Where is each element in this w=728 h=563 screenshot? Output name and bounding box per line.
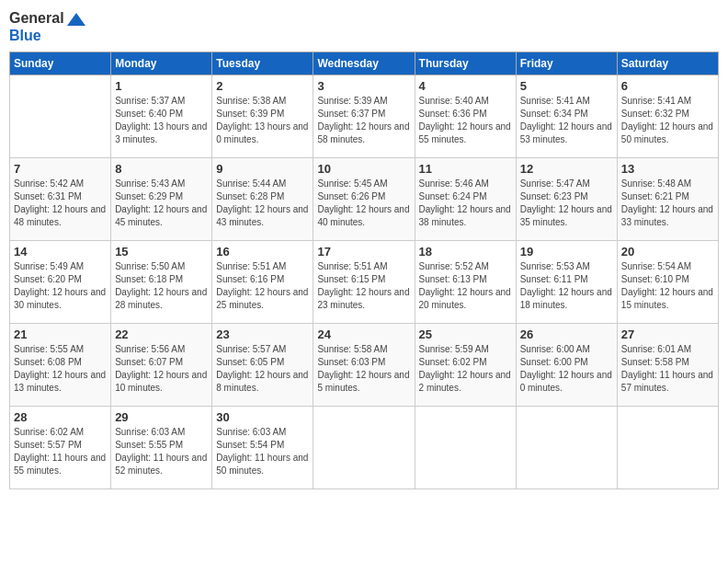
day-info: Sunrise: 5:39 AM Sunset: 6:37 PM Dayligh… <box>317 95 410 146</box>
week-row-1: 1Sunrise: 5:37 AM Sunset: 6:40 PM Daylig… <box>10 75 719 158</box>
day-number: 23 <box>216 327 309 341</box>
day-number: 25 <box>419 327 512 341</box>
day-number: 17 <box>317 245 410 259</box>
day-number: 10 <box>317 162 410 176</box>
calendar-cell <box>415 407 516 489</box>
day-number: 11 <box>419 162 512 176</box>
col-header-sunday: Sunday <box>10 52 111 75</box>
calendar-cell: 10Sunrise: 5:45 AM Sunset: 6:26 PM Dayli… <box>313 158 415 241</box>
day-info: Sunrise: 5:45 AM Sunset: 6:26 PM Dayligh… <box>317 178 410 229</box>
col-header-saturday: Saturday <box>617 52 718 75</box>
calendar-header-row: SundayMondayTuesdayWednesdayThursdayFrid… <box>10 52 719 75</box>
day-number: 5 <box>520 79 613 93</box>
day-number: 13 <box>621 162 714 176</box>
day-number: 4 <box>419 79 512 93</box>
day-info: Sunrise: 5:53 AM Sunset: 6:11 PM Dayligh… <box>520 260 613 312</box>
calendar-cell: 3Sunrise: 5:39 AM Sunset: 6:37 PM Daylig… <box>313 75 415 158</box>
calendar-cell: 18Sunrise: 5:52 AM Sunset: 6:13 PM Dayli… <box>415 241 516 324</box>
day-info: Sunrise: 5:48 AM Sunset: 6:21 PM Dayligh… <box>621 178 714 229</box>
calendar-cell: 4Sunrise: 5:40 AM Sunset: 6:36 PM Daylig… <box>415 75 516 158</box>
day-number: 7 <box>14 162 107 176</box>
day-info: Sunrise: 5:44 AM Sunset: 6:28 PM Dayligh… <box>216 178 309 229</box>
day-number: 15 <box>115 245 208 259</box>
day-info: Sunrise: 5:51 AM Sunset: 6:16 PM Dayligh… <box>216 260 309 312</box>
calendar-cell: 25Sunrise: 5:59 AM Sunset: 6:02 PM Dayli… <box>415 324 516 407</box>
calendar-cell: 14Sunrise: 5:49 AM Sunset: 6:20 PM Dayli… <box>10 241 111 324</box>
day-info: Sunrise: 6:02 AM Sunset: 5:57 PM Dayligh… <box>14 426 107 477</box>
calendar-cell: 12Sunrise: 5:47 AM Sunset: 6:23 PM Dayli… <box>516 158 617 241</box>
calendar-cell <box>313 407 415 489</box>
day-number: 8 <box>115 162 208 176</box>
calendar-cell: 16Sunrise: 5:51 AM Sunset: 6:16 PM Dayli… <box>212 241 313 324</box>
day-number: 16 <box>216 245 309 259</box>
calendar-cell: 21Sunrise: 5:55 AM Sunset: 6:08 PM Dayli… <box>10 324 111 407</box>
day-number: 29 <box>115 410 208 424</box>
logo: General Blue <box>9 9 85 44</box>
day-info: Sunrise: 5:42 AM Sunset: 6:31 PM Dayligh… <box>14 178 107 229</box>
day-number: 24 <box>317 327 410 341</box>
calendar-cell: 27Sunrise: 6:01 AM Sunset: 5:58 PM Dayli… <box>617 324 718 407</box>
day-info: Sunrise: 5:57 AM Sunset: 6:05 PM Dayligh… <box>216 343 309 395</box>
day-number: 1 <box>115 79 208 93</box>
calendar-table: SundayMondayTuesdayWednesdayThursdayFrid… <box>9 52 719 489</box>
page-header: General Blue <box>9 9 719 44</box>
calendar-cell: 1Sunrise: 5:37 AM Sunset: 6:40 PM Daylig… <box>111 75 212 158</box>
week-row-5: 28Sunrise: 6:02 AM Sunset: 5:57 PM Dayli… <box>10 407 719 489</box>
calendar-cell: 6Sunrise: 5:41 AM Sunset: 6:32 PM Daylig… <box>617 75 718 158</box>
calendar-cell: 29Sunrise: 6:03 AM Sunset: 5:55 PM Dayli… <box>111 407 212 489</box>
day-info: Sunrise: 5:40 AM Sunset: 6:36 PM Dayligh… <box>419 95 512 146</box>
day-info: Sunrise: 5:38 AM Sunset: 6:39 PM Dayligh… <box>216 95 309 146</box>
day-info: Sunrise: 5:55 AM Sunset: 6:08 PM Dayligh… <box>14 343 107 395</box>
day-info: Sunrise: 5:41 AM Sunset: 6:32 PM Dayligh… <box>621 95 714 146</box>
calendar-cell: 24Sunrise: 5:58 AM Sunset: 6:03 PM Dayli… <box>313 324 415 407</box>
calendar-cell: 13Sunrise: 5:48 AM Sunset: 6:21 PM Dayli… <box>617 158 718 241</box>
day-info: Sunrise: 6:00 AM Sunset: 6:00 PM Dayligh… <box>520 343 613 395</box>
week-row-4: 21Sunrise: 5:55 AM Sunset: 6:08 PM Dayli… <box>10 324 719 407</box>
day-number: 9 <box>216 162 309 176</box>
calendar-cell: 9Sunrise: 5:44 AM Sunset: 6:28 PM Daylig… <box>212 158 313 241</box>
day-info: Sunrise: 5:54 AM Sunset: 6:10 PM Dayligh… <box>621 260 714 312</box>
day-info: Sunrise: 5:41 AM Sunset: 6:34 PM Dayligh… <box>520 95 613 146</box>
calendar-cell: 22Sunrise: 5:56 AM Sunset: 6:07 PM Dayli… <box>111 324 212 407</box>
calendar-cell: 17Sunrise: 5:51 AM Sunset: 6:15 PM Dayli… <box>313 241 415 324</box>
calendar-cell: 28Sunrise: 6:02 AM Sunset: 5:57 PM Dayli… <box>10 407 111 489</box>
day-number: 30 <box>216 410 309 424</box>
day-number: 14 <box>14 245 107 259</box>
calendar-cell: 20Sunrise: 5:54 AM Sunset: 6:10 PM Dayli… <box>617 241 718 324</box>
day-info: Sunrise: 5:51 AM Sunset: 6:15 PM Dayligh… <box>317 260 410 312</box>
col-header-wednesday: Wednesday <box>313 52 415 75</box>
calendar-cell: 23Sunrise: 5:57 AM Sunset: 6:05 PM Dayli… <box>212 324 313 407</box>
day-info: Sunrise: 6:03 AM Sunset: 5:54 PM Dayligh… <box>216 426 309 477</box>
week-row-2: 7Sunrise: 5:42 AM Sunset: 6:31 PM Daylig… <box>10 158 719 241</box>
day-number: 28 <box>14 410 107 424</box>
col-header-thursday: Thursday <box>415 52 516 75</box>
day-number: 20 <box>621 245 714 259</box>
logo-general: General <box>9 9 85 27</box>
col-header-monday: Monday <box>111 52 212 75</box>
logo-blue: Blue <box>9 27 85 44</box>
day-number: 18 <box>419 245 512 259</box>
day-info: Sunrise: 5:46 AM Sunset: 6:24 PM Dayligh… <box>419 178 512 229</box>
day-number: 26 <box>520 327 613 341</box>
calendar-cell: 15Sunrise: 5:50 AM Sunset: 6:18 PM Dayli… <box>111 241 212 324</box>
day-info: Sunrise: 5:56 AM Sunset: 6:07 PM Dayligh… <box>115 343 208 395</box>
col-header-tuesday: Tuesday <box>212 52 313 75</box>
week-row-3: 14Sunrise: 5:49 AM Sunset: 6:20 PM Dayli… <box>10 241 719 324</box>
day-info: Sunrise: 5:58 AM Sunset: 6:03 PM Dayligh… <box>317 343 410 395</box>
day-info: Sunrise: 5:50 AM Sunset: 6:18 PM Dayligh… <box>115 260 208 312</box>
calendar-cell: 11Sunrise: 5:46 AM Sunset: 6:24 PM Dayli… <box>415 158 516 241</box>
calendar-cell: 2Sunrise: 5:38 AM Sunset: 6:39 PM Daylig… <box>212 75 313 158</box>
calendar-cell: 7Sunrise: 5:42 AM Sunset: 6:31 PM Daylig… <box>10 158 111 241</box>
calendar-cell: 26Sunrise: 6:00 AM Sunset: 6:00 PM Dayli… <box>516 324 617 407</box>
calendar-cell: 19Sunrise: 5:53 AM Sunset: 6:11 PM Dayli… <box>516 241 617 324</box>
col-header-friday: Friday <box>516 52 617 75</box>
calendar-cell <box>516 407 617 489</box>
day-info: Sunrise: 6:01 AM Sunset: 5:58 PM Dayligh… <box>621 343 714 395</box>
day-info: Sunrise: 5:52 AM Sunset: 6:13 PM Dayligh… <box>419 260 512 312</box>
day-number: 21 <box>14 327 107 341</box>
day-number: 2 <box>216 79 309 93</box>
day-number: 27 <box>621 327 714 341</box>
calendar-cell: 5Sunrise: 5:41 AM Sunset: 6:34 PM Daylig… <box>516 75 617 158</box>
day-number: 19 <box>520 245 613 259</box>
day-info: Sunrise: 5:43 AM Sunset: 6:29 PM Dayligh… <box>115 178 208 229</box>
